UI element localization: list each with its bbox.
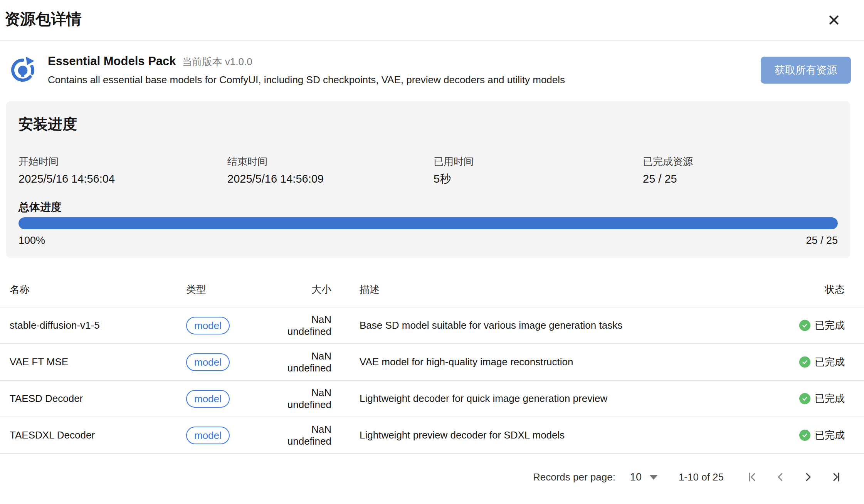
resource-description: VAE model for high-quality image reconst… [331,356,772,368]
field-value: 5秒 [434,172,643,186]
progress-fields: 开始时间 2025/5/16 14:56:04 结束时间 2025/5/16 1… [18,156,838,186]
resource-size: NaN undefined [270,423,331,447]
page-size-dropdown-icon[interactable] [649,475,658,480]
check-circle-icon [799,320,810,331]
overall-progress-label: 总体进度 [18,201,838,213]
field-label: 开始时间 [18,156,227,167]
field-value: 25 / 25 [643,172,838,186]
status-badge: 已完成 [799,355,845,369]
progress-title: 安装进度 [18,114,838,134]
get-all-resources-button[interactable]: 获取所有资源 [761,57,851,84]
field-label: 已用时间 [434,156,643,167]
field-start-time: 开始时间 2025/5/16 14:56:04 [18,156,227,186]
dialog-header: 资源包详情 [0,0,864,41]
field-end-time: 结束时间 2025/5/16 14:56:09 [227,156,434,186]
resource-name: TAESDXL Decoder [10,429,186,441]
progress-count: 25 / 25 [806,234,838,247]
pack-name: Essential Models Pack [48,54,176,68]
resource-name: stable-diffusion-v1-5 [10,319,186,331]
status-text: 已完成 [815,428,845,442]
resource-table: 名称 类型 大小 描述 状态 stable-diffusion-v1-5 mod… [0,258,864,454]
previous-page-button[interactable] [774,470,787,484]
field-label: 已完成资源 [643,156,838,167]
field-value: 2025/5/16 14:56:09 [227,172,434,186]
status-badge: 已完成 [799,428,845,442]
resource-name: VAE FT MSE [10,356,186,368]
progress-percent: 100% [18,234,45,247]
table-header-row: 名称 类型 大小 描述 状态 [0,258,864,307]
progress-bar-fill [18,217,838,229]
type-badge: model [186,353,230,371]
type-badge: model [186,390,230,408]
status-badge: 已完成 [799,319,845,332]
table-row: stable-diffusion-v1-5 model NaN undefine… [0,307,864,344]
check-circle-icon [799,356,810,368]
field-completed-resources: 已完成资源 25 / 25 [643,156,838,186]
page-range-text: 1-10 of 25 [679,471,724,483]
model-pack-refresh-bulb-icon [8,54,38,84]
install-progress-panel: 安装进度 开始时间 2025/5/16 14:56:04 结束时间 2025/5… [6,101,850,258]
type-badge: model [186,317,230,334]
status-text: 已完成 [815,319,845,332]
pack-text-block: Essential Models Pack 当前版本 v1.0.0 Contai… [48,54,761,86]
check-circle-icon [799,393,810,404]
pack-summary: Essential Models Pack 当前版本 v1.0.0 Contai… [0,41,864,86]
page-size-value[interactable]: 10 [630,471,642,483]
pagination-bar: Records per page: 10 1-10 of 25 [0,454,864,500]
column-header-size: 大小 [270,283,331,296]
next-page-button[interactable] [802,470,815,484]
table-row: TAESD Decoder model NaN undefined Lightw… [0,381,864,417]
close-icon [827,13,840,27]
records-per-page-label: Records per page: [533,471,615,483]
last-page-button[interactable] [829,470,842,484]
close-button[interactable] [825,12,842,29]
field-elapsed-time: 已用时间 5秒 [434,156,643,186]
column-header-name: 名称 [10,283,186,296]
progress-bar-track [18,217,838,229]
table-row: TAESDXL Decoder model NaN undefined Ligh… [0,417,864,454]
chevron-left-icon [775,471,786,483]
column-header-type: 类型 [186,283,270,296]
status-text: 已完成 [815,392,845,405]
first-page-button[interactable] [746,470,759,484]
resource-description: Base SD model suitable for various image… [331,319,772,331]
resource-name: TAESD Decoder [10,393,186,405]
resource-size: NaN undefined [270,350,331,374]
page-title: 资源包详情 [5,10,842,28]
field-value: 2025/5/16 14:56:04 [18,172,227,186]
pagination-controls [746,470,842,484]
field-label: 结束时间 [227,156,434,167]
resource-description: Lightweight decoder for quick image gene… [331,393,772,405]
column-header-description: 描述 [331,283,772,296]
check-circle-icon [799,430,810,441]
table-row: VAE FT MSE model NaN undefined VAE model… [0,344,864,381]
last-page-icon [830,471,842,483]
type-badge: model [186,427,230,444]
chevron-right-icon [802,471,814,483]
pack-description: Contains all essential base models for C… [48,74,761,86]
status-text: 已完成 [815,355,845,369]
column-header-status: 状态 [772,283,845,296]
pack-version: 当前版本 v1.0.0 [182,55,252,69]
resource-description: Lightweight preview decoder for SDXL mod… [331,429,772,441]
resource-size: NaN undefined [270,314,331,338]
first-page-icon [747,471,758,483]
status-badge: 已完成 [799,392,845,405]
resource-size: NaN undefined [270,387,331,411]
